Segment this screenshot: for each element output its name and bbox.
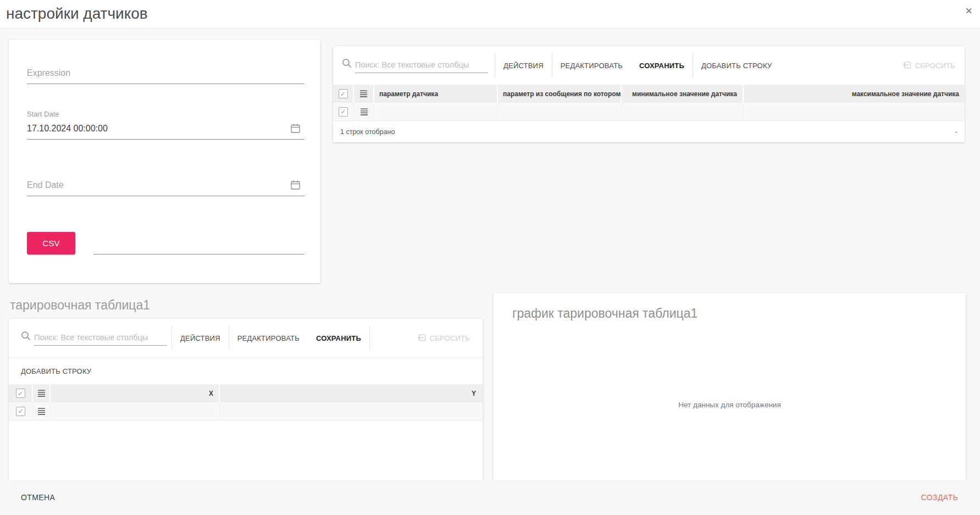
sensor-grid-header-row: ✓ параметр датчика параметр из сообщения…	[333, 85, 965, 103]
reset-button[interactable]: СБРОСИТЬ	[894, 46, 964, 85]
csv-file-field[interactable]	[93, 233, 304, 254]
check-icon: ✓	[340, 108, 346, 115]
reset-label: СБРОСИТЬ	[915, 62, 955, 70]
check-icon: ✓	[18, 408, 23, 414]
cell-x[interactable]	[51, 402, 220, 420]
create-button[interactable]: СОЗДАТЬ	[921, 493, 958, 502]
calibration-grid-toolbar: ДЕЙСТВИЯ РЕДАКТИРОВАТЬ СОХРАНИТЬ СБРОСИТ…	[9, 319, 483, 357]
dialog-footer: ОТМЕНА СОЗДАТЬ	[0, 480, 980, 515]
cancel-button[interactable]: ОТМЕНА	[21, 493, 55, 502]
status-bar-right: -	[955, 128, 957, 136]
calibration-toolbar-row2: ДОБАВИТЬ СТРОКУ	[9, 357, 483, 384]
toolbar-divider	[369, 326, 370, 350]
add-row-button[interactable]: ДОБАВИТЬ СТРОКУ	[9, 358, 99, 384]
csv-button[interactable]: CSV	[27, 232, 75, 254]
cell-max-value[interactable]	[744, 103, 965, 120]
check-icon: ✓	[18, 390, 23, 397]
calibration-grid-header-row: ✓ X Y	[9, 384, 483, 402]
end-date-input[interactable]	[27, 177, 304, 196]
column-header-min-value[interactable]: минимальное значение датчика	[632, 90, 737, 98]
row-checkbox[interactable]: ✓	[16, 407, 25, 416]
chart-no-data-message: Нет данных для отображения	[494, 401, 966, 409]
search-input[interactable]	[34, 331, 167, 346]
calibration-grid-search	[21, 331, 167, 346]
cell-message-parameter[interactable]	[498, 103, 622, 120]
close-icon[interactable]: ×	[965, 4, 972, 18]
reset-button[interactable]: СБРОСИТЬ	[409, 319, 478, 357]
save-button[interactable]: СОХРАНИТЬ	[631, 46, 693, 85]
row-checkbox[interactable]: ✓	[339, 107, 348, 117]
sensor-parameters-grid: ДЕЙСТВИЯ РЕДАКТИРОВАТЬ СОХРАНИТЬ ДОБАВИТ…	[333, 46, 965, 142]
row-menu-icon[interactable]	[37, 390, 46, 397]
select-all-checkbox[interactable]: ✓	[16, 389, 25, 398]
row-menu-icon[interactable]	[360, 108, 368, 115]
rows-selected-status: 1 строк отобрано	[340, 128, 395, 136]
end-date-calendar-icon[interactable]	[290, 180, 301, 190]
start-date-calendar-icon[interactable]	[290, 123, 301, 134]
calibration-table-heading: тарировочная таблица1	[10, 298, 150, 313]
check-icon: ✓	[340, 91, 346, 97]
actions-button[interactable]: ДЕЙСТВИЯ	[495, 46, 552, 85]
cell-sensor-parameter[interactable]	[374, 103, 498, 120]
search-input[interactable]	[355, 59, 488, 73]
dialog-header: настройки датчиков ×	[0, 0, 980, 29]
column-header-max-value[interactable]: максимальное значение датчика	[852, 90, 959, 98]
expression-input[interactable]	[27, 65, 304, 84]
column-header-sensor-parameter[interactable]: параметр датчика	[379, 90, 438, 98]
table-row[interactable]: ✓	[333, 103, 965, 121]
cell-y[interactable]	[220, 402, 483, 420]
page-title: настройки датчиков	[6, 3, 148, 25]
column-header-x[interactable]: X	[209, 390, 213, 397]
save-button[interactable]: СОХРАНИТЬ	[308, 319, 369, 357]
reset-icon	[903, 60, 911, 71]
select-all-checkbox[interactable]: ✓	[339, 89, 348, 98]
cell-min-value[interactable]	[622, 103, 744, 120]
calibration-chart-panel: график тарировочная таблица1 Нет данных …	[494, 293, 966, 480]
actions-button[interactable]: ДЕЙСТВИЯ	[172, 319, 229, 357]
column-header-message-parameter[interactable]: параметр из сообщения по котором	[503, 90, 621, 98]
sensor-settings-dialog: настройки датчиков × Start Date	[0, 0, 980, 515]
start-date-input[interactable]	[27, 120, 304, 140]
edit-button[interactable]: РЕДАКТИРОВАТЬ	[552, 46, 631, 85]
reset-icon	[417, 333, 426, 344]
calibration-grid: ДЕЙСТВИЯ РЕДАКТИРОВАТЬ СОХРАНИТЬ СБРОСИТ…	[9, 319, 483, 480]
row-menu-icon[interactable]	[359, 90, 368, 97]
table-row[interactable]: ✓	[9, 402, 483, 420]
add-row-button[interactable]: ДОБАВИТЬ СТРОКУ	[693, 46, 780, 85]
search-icon	[342, 58, 352, 73]
column-header-y[interactable]: Y	[472, 390, 476, 397]
sensor-form-panel: Start Date CSV	[9, 40, 320, 283]
row-menu-icon[interactable]	[37, 408, 46, 415]
start-date-label: Start Date	[27, 110, 59, 118]
search-icon	[21, 331, 31, 346]
sensor-grid-toolbar: ДЕЙСТВИЯ РЕДАКТИРОВАТЬ СОХРАНИТЬ ДОБАВИТ…	[333, 46, 965, 85]
edit-button[interactable]: РЕДАКТИРОВАТЬ	[229, 319, 308, 357]
sensor-grid-status-bar: 1 строк отобрано -	[333, 121, 965, 142]
reset-label: СБРОСИТЬ	[430, 334, 470, 342]
chart-title: график тарировочная таблица1	[512, 306, 697, 321]
sensor-grid-search	[342, 58, 488, 73]
